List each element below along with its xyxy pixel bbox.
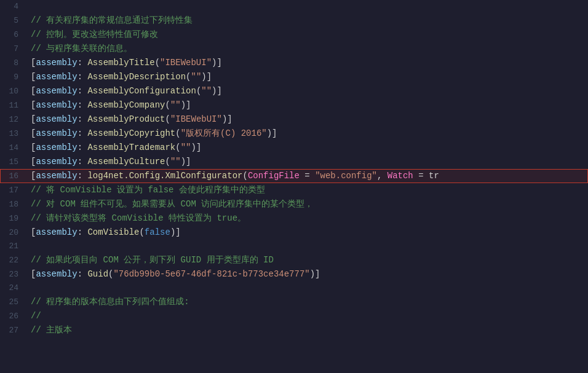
paren-20-open: (: [139, 227, 144, 237]
assembly-func-15: AssemblyCulture: [87, 157, 165, 167]
code-line-18: 18 // 对 COM 组件不可见。如果需要从 COM 访问此程序集中的某个类型…: [0, 197, 588, 211]
comment-text-5: // 有关程序集的常规信息通过下列特性集: [31, 15, 193, 25]
assembly-keyword-16: assembly: [36, 171, 77, 181]
line-number-17: 17: [0, 184, 28, 197]
code-line-14: 14 [assembly: AssemblyTrademark("")]: [0, 141, 588, 155]
line-number-14: 14: [0, 141, 28, 155]
line-number-12: 12: [0, 113, 28, 127]
comment-text-26: //: [31, 311, 41, 321]
code-line-16: 16 [assembly: log4net.Config.XmlConfigur…: [0, 169, 588, 183]
line-number-24: 24: [0, 281, 28, 295]
line-content-5: // 有关程序集的常规信息通过下列特性集: [28, 14, 588, 27]
assembly-func-23: Guid: [87, 269, 108, 279]
paren-10-close: )]: [212, 86, 222, 96]
code-container: 4 5 // 有关程序集的常规信息通过下列特性集 6 // 控制。更改这些特性值…: [0, 0, 588, 337]
line-content-27: // 主版本: [28, 323, 588, 337]
line-number-23: 23: [0, 268, 28, 281]
assembly-func-11: AssemblyCompany: [87, 100, 165, 110]
line-content-9: [assembly: AssemblyDescription("")]: [28, 70, 588, 84]
attr-watch: Watch: [387, 171, 413, 181]
line-number-7: 7: [0, 42, 28, 56]
line-number-19: 19: [0, 212, 28, 226]
code-line-26: 26 //: [0, 309, 588, 323]
line-number-18: 18: [0, 198, 28, 211]
comment-text-6: // 控制。更改这些特性值可修改: [31, 29, 158, 39]
string-10: "": [201, 86, 212, 96]
code-line-23: 23 [assembly: Guid("76db99b0-5e67-46df-8…: [0, 267, 588, 281]
line-content-17: // 将 ComVisible 设置为 false 会使此程序集中的类型: [28, 183, 588, 197]
paren-13-open: (: [175, 128, 180, 138]
paren-20-close: )]: [170, 227, 181, 237]
comment-text-18: // 对 COM 组件不可见。如果需要从 COM 访问此程序集中的某个类型，: [31, 199, 313, 209]
paren-12-open: (: [165, 114, 170, 124]
line-number-20: 20: [0, 226, 28, 240]
paren-8-open: (: [155, 58, 160, 68]
code-line-5: 5 // 有关程序集的常规信息通过下列特性集: [0, 14, 588, 28]
line-content-23: [assembly: Guid("76db99b0-5e67-46df-821c…: [28, 267, 588, 281]
equals-watch: =: [413, 171, 429, 181]
line-content-13: [assembly: AssemblyCopyright("版权所有(C) 20…: [28, 127, 588, 140]
assembly-keyword-10: assembly: [36, 86, 77, 96]
colon-10: :: [77, 86, 88, 96]
code-line-12: 12 [assembly: AssemblyProduct("IBEWebUI"…: [0, 112, 588, 127]
comment-text-27: // 主版本: [31, 325, 72, 335]
code-line-27: 27 // 主版本: [0, 323, 588, 337]
colon-9: :: [77, 72, 88, 82]
line-number-9: 9: [0, 71, 28, 84]
line-content-19: // 请针对该类型将 ComVisible 特性设置为 true。: [28, 211, 588, 225]
comma-16: ,: [377, 171, 387, 181]
code-line-10: 10 [assembly: AssemblyConfiguration("")]: [0, 84, 588, 98]
assembly-func-20: ComVisible: [87, 227, 139, 237]
line-number-11: 11: [0, 99, 28, 112]
comment-text-25: // 程序集的版本信息由下列四个值组成:: [31, 297, 189, 307]
line-number-16: 16: [0, 170, 28, 183]
colon-15: :: [77, 157, 88, 167]
assembly-func-13: AssemblyCopyright: [87, 128, 175, 138]
line-number-26: 26: [0, 310, 28, 323]
code-line-7: 7 // 与程序集关联的信息。: [0, 42, 588, 56]
line-number-10: 10: [0, 85, 28, 98]
code-line-22: 22 // 如果此项目向 COM 公开，则下列 GUID 用于类型库的 ID: [0, 253, 588, 267]
line-number-4: 4: [0, 0, 28, 14]
paren-15-open: (: [165, 157, 170, 167]
string-11: "": [170, 100, 181, 110]
assembly-func-14: AssemblyTrademark: [87, 143, 175, 152]
line-content-16: [assembly: log4net.Config.XmlConfigurato…: [28, 169, 588, 183]
paren-13-close: )]: [267, 128, 277, 138]
code-line-15: 15 [assembly: AssemblyCulture("")]: [0, 155, 588, 169]
paren-9-close: )]: [201, 72, 212, 82]
paren-23-close: )]: [310, 269, 320, 279]
code-editor: 4 5 // 有关程序集的常规信息通过下列特性集 6 // 控制。更改这些特性值…: [0, 0, 588, 373]
code-line-25: 25 // 程序集的版本信息由下列四个值组成:: [0, 295, 588, 309]
assembly-keyword-15: assembly: [36, 157, 77, 167]
line-content-20: [assembly: ComVisible(false)]: [28, 226, 588, 239]
false-value-20: false: [145, 227, 170, 237]
code-line-17: 17 // 将 ComVisible 设置为 false 会使此程序集中的类型: [0, 183, 588, 197]
line-number-25: 25: [0, 296, 28, 309]
paren-11-open: (: [165, 100, 170, 110]
paren-14-close: )]: [191, 143, 201, 152]
line-content-25: // 程序集的版本信息由下列四个值组成:: [28, 295, 588, 308]
assembly-keyword-23: assembly: [36, 269, 77, 279]
line-content-11: [assembly: AssemblyCompany("")]: [28, 98, 588, 112]
line-number-22: 22: [0, 254, 28, 267]
colon-14: :: [77, 143, 88, 152]
colon-13: :: [77, 128, 88, 138]
line-content-6: // 控制。更改这些特性值可修改: [28, 28, 588, 41]
assembly-func-16: log4net.Config.XmlConfigurator: [87, 171, 242, 181]
line-content-15: [assembly: AssemblyCulture("")]: [28, 155, 588, 168]
code-line-11: 11 [assembly: AssemblyCompany("")]: [0, 98, 588, 112]
code-line-19: 19 // 请针对该类型将 ComVisible 特性设置为 true。: [0, 211, 588, 226]
assembly-func-12: AssemblyProduct: [87, 114, 165, 124]
code-line-4: 4: [0, 0, 588, 14]
assembly-func-10: AssemblyConfiguration: [87, 86, 196, 96]
line-content-26: //: [28, 309, 588, 323]
assembly-keyword-12: assembly: [36, 114, 77, 124]
string-14: "": [181, 143, 191, 152]
line-number-5: 5: [0, 14, 28, 28]
string-13: "版权所有(C) 2016": [181, 128, 267, 138]
colon-16: :: [77, 171, 88, 181]
equals-16: =: [300, 171, 315, 181]
code-line-9: 9 [assembly: AssemblyDescription("")]: [0, 70, 588, 84]
line-number-27: 27: [0, 324, 28, 337]
